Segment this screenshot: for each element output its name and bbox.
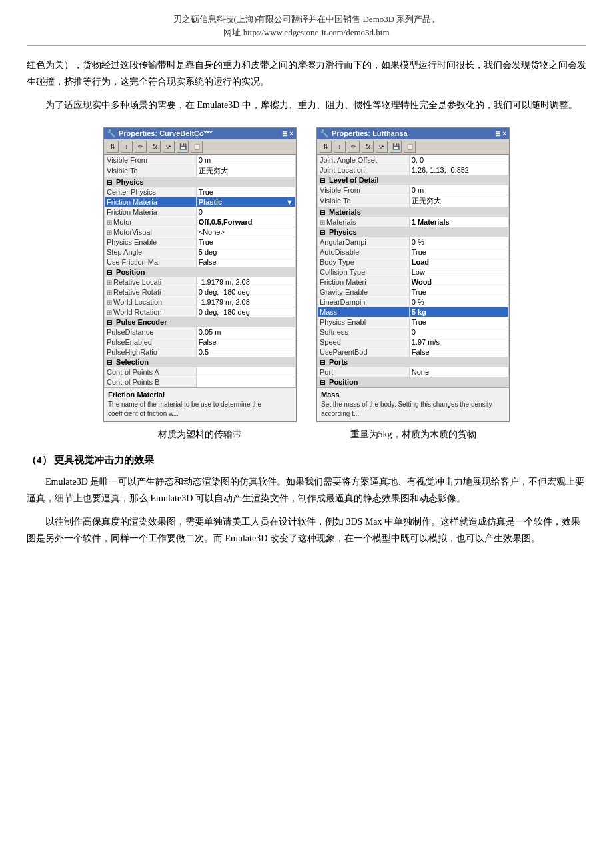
section4-para2: 以往制作高保真度的渲染效果图，需要单独请美工人员在设计软件，例如 3DS Max… [27, 513, 586, 547]
right-title-bar: 🔧 Properties: Lufthansa ⊞ × [317, 128, 509, 139]
table-row: ⊞Relative Rotati 0 deg, -180 deg [105, 287, 296, 297]
physics-section-right: ⊟ Physics [318, 227, 509, 237]
table-row: Port None [318, 367, 509, 377]
minus-icon: ⊟ [107, 319, 112, 326]
table-row: Gravity Enable True [318, 287, 509, 297]
table-row: ⊞Materials 1 Materials [318, 217, 509, 227]
table-row: Visible To 正无穷大 [105, 165, 296, 177]
table-row: Speed 1.97 m/s [318, 337, 509, 347]
minus-icon: ⊟ [320, 359, 325, 366]
left-footer: Friction Material The name of the materi… [104, 387, 296, 421]
table-row: ⊞Motor Off,0.5,Forward [105, 217, 296, 227]
table-row: Friction Materi Wood [318, 277, 509, 287]
captions-row: 材质为塑料的传输带 重量为5kg，材质为木质的货物 [27, 429, 586, 441]
right-window-controls[interactable]: ⊞ × [495, 130, 506, 137]
table-row: Friction Materia 0 [105, 207, 296, 217]
minus-icon: ⊟ [107, 359, 112, 366]
position-section-left: ⊟ Position [105, 267, 296, 277]
table-row: PulseEnabled False [105, 337, 296, 347]
table-row: Visible From 0 m [318, 185, 509, 195]
table-row: AutoDisable True [318, 247, 509, 257]
left-title-icon: 🔧 [107, 129, 116, 138]
right-title-text: Properties: Lufthansa [332, 129, 495, 137]
table-row: Center Physics True [105, 187, 296, 197]
table-row: Control Points A [105, 367, 296, 377]
minus-icon: ⊟ [320, 209, 325, 216]
minus-icon: ⊟ [320, 229, 325, 236]
intro-para-1: 红色为关），货物经过这段传输带时是靠自身的重力和皮带之间的摩擦力滑行而下的，如果… [27, 57, 586, 90]
table-row: Joint Location 1.26, 1.13, -0.852 [318, 165, 509, 175]
right-title-icon: 🔧 [320, 129, 329, 138]
physics-section-left: ⊟ Physics [105, 177, 296, 187]
table-row: Softness 0 [318, 327, 509, 337]
tb-sort1-r[interactable]: ⇅ [320, 141, 332, 153]
pulse-encoder-section: ⊟ Pulse Encoder [105, 317, 296, 327]
header-line2: 网址 http://www.edgestone-it.com/demo3d.ht… [27, 27, 586, 39]
left-properties-window: 🔧 Properties: CurveBeltCo*** ⊞ × ⇅ ↕ ✏ f… [103, 127, 297, 422]
left-toolbar: ⇅ ↕ ✏ fx ⟳ 💾 📋 [104, 139, 296, 155]
tb-reset[interactable]: ⟳ [163, 141, 175, 153]
table-row: Control Points B [105, 377, 296, 387]
table-row: Use Friction Ma False [105, 257, 296, 267]
tb-fx-r[interactable]: fx [362, 141, 374, 153]
table-row: Visible To 正无穷大 [318, 195, 509, 207]
tb-fx[interactable]: fx [149, 141, 161, 153]
minus-icon: ⊟ [107, 179, 112, 186]
left-prop-table: Visible From 0 m Visible To 正无穷大 ⊟ Physi… [104, 155, 296, 387]
left-title-text: Properties: CurveBeltCo*** [119, 129, 282, 137]
table-row: Physics Enable True [105, 237, 296, 247]
left-title-bar: 🔧 Properties: CurveBeltCo*** ⊞ × [104, 128, 296, 139]
table-row: AngularDampi 0 % [318, 237, 509, 247]
left-window-controls[interactable]: ⊞ × [282, 130, 293, 137]
body-type-row: Body Type Load [318, 257, 509, 267]
mass-row: Mass 5 kg [318, 307, 509, 317]
tb-edit[interactable]: ✏ [135, 141, 147, 153]
section4-para1: Emulate3D 是唯一可以产生静态和动态渲染图的仿真软件。如果我们需要将方案… [27, 473, 586, 507]
right-caption: 重量为5kg，材质为木质的货物 [316, 429, 510, 441]
intro-para-2: 为了适应现实中多种场景的需要，在 Emulate3D 中，摩擦力、重力、阻力、惯… [27, 97, 586, 113]
table-row: Physics Enabl True [318, 317, 509, 327]
table-row: ⊞World Location -1.9179 m, 2.08 [105, 297, 296, 307]
table-row: PulseHighRatio 0.5 [105, 347, 296, 357]
right-footer: Mass Set the mass of the body. Setting t… [317, 387, 509, 421]
tb-sort2[interactable]: ↕ [121, 141, 133, 153]
header-line1: 刃之砺信息科技(上海)有限公司翻译并在中国销售 Demo3D 系列产品。 [27, 13, 586, 25]
minus-icon: ⊟ [320, 177, 325, 184]
section4-title: （4） 更具视觉冲击力的效果 [27, 454, 586, 467]
collision-type-row: Collision Type Low [318, 267, 509, 277]
minus-icon: ⊟ [107, 269, 112, 276]
tb-edit-r[interactable]: ✏ [348, 141, 360, 153]
tb-copy[interactable]: 📋 [191, 141, 203, 153]
table-row: ⊞Relative Locati -1.9179 m, 2.08 [105, 277, 296, 287]
level-of-detail-section: ⊟ Level of Detail [318, 175, 509, 185]
right-prop-table: Joint Angle Offset 0, 0 Joint Location 1… [317, 155, 509, 387]
left-caption: 材质为塑料的传输带 [103, 429, 297, 441]
table-row: Step Angle 5 deg [105, 247, 296, 257]
position-section-right: ⊟ Position [318, 377, 509, 387]
table-row: UseParentBod False [318, 347, 509, 357]
friction-material-row: Friction Materia Plastic ▼ [105, 197, 296, 207]
right-properties-window: 🔧 Properties: Lufthansa ⊞ × ⇅ ↕ ✏ fx ⟳ 💾… [316, 127, 510, 422]
windows-container: 🔧 Properties: CurveBeltCo*** ⊞ × ⇅ ↕ ✏ f… [27, 127, 586, 422]
right-footer-desc: Set the mass of the body. Setting this c… [321, 400, 505, 419]
tb-save[interactable]: 💾 [177, 141, 189, 153]
ports-section: ⊟ Ports [318, 357, 509, 367]
table-row: Joint Angle Offset 0, 0 [318, 155, 509, 165]
tb-reset-r[interactable]: ⟳ [376, 141, 388, 153]
table-row: ⊞MotorVisual <None> [105, 227, 296, 237]
selection-section: ⊟ Selection [105, 357, 296, 367]
minus-icon: ⊟ [320, 379, 325, 386]
tb-save-r[interactable]: 💾 [390, 141, 402, 153]
tb-copy-r[interactable]: 📋 [404, 141, 416, 153]
left-footer-desc: The name of the material to be use to de… [108, 400, 292, 419]
table-row: LinearDampin 0 % [318, 297, 509, 307]
table-row: Visible From 0 m [105, 155, 296, 165]
materials-section: ⊟ Materials [318, 207, 509, 217]
tb-sort1[interactable]: ⇅ [107, 141, 119, 153]
tb-sort2-r[interactable]: ↕ [334, 141, 346, 153]
right-toolbar: ⇅ ↕ ✏ fx ⟳ 💾 📋 [317, 139, 509, 155]
left-footer-title: Friction Material [108, 391, 292, 399]
table-row: PulseDistance 0.05 m [105, 327, 296, 337]
right-footer-title: Mass [321, 391, 505, 399]
table-row: ⊞World Rotation 0 deg, -180 deg [105, 307, 296, 317]
